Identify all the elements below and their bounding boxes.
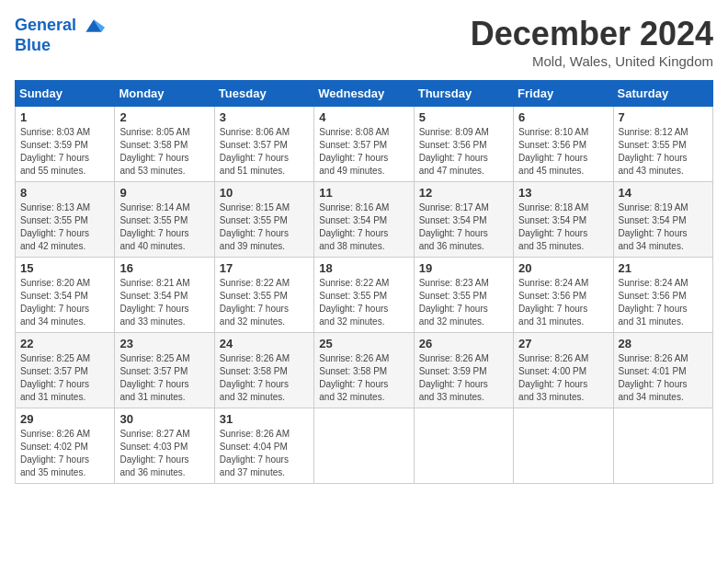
calendar-cell bbox=[514, 408, 613, 484]
calendar-cell: 22Sunrise: 8:25 AM Sunset: 3:57 PM Dayli… bbox=[16, 333, 115, 408]
calendar-cell: 16Sunrise: 8:21 AM Sunset: 3:54 PM Dayli… bbox=[115, 258, 214, 333]
day-info: Sunrise: 8:19 AM Sunset: 3:54 PM Dayligh… bbox=[619, 201, 708, 253]
day-number: 24 bbox=[220, 337, 309, 350]
day-info: Sunrise: 8:22 AM Sunset: 3:55 PM Dayligh… bbox=[220, 277, 309, 328]
calendar-cell bbox=[414, 408, 513, 484]
day-info: Sunrise: 8:26 AM Sunset: 3:59 PM Dayligh… bbox=[419, 352, 508, 404]
calendar-cell: 8Sunrise: 8:13 AM Sunset: 3:55 PM Daylig… bbox=[16, 182, 115, 258]
day-info: Sunrise: 8:26 AM Sunset: 4:01 PM Dayligh… bbox=[619, 352, 708, 404]
day-number: 21 bbox=[619, 261, 708, 275]
col-header-sunday: Sunday bbox=[16, 81, 115, 107]
day-number: 7 bbox=[619, 110, 708, 124]
col-header-wednesday: Wednesday bbox=[314, 81, 414, 107]
location: Mold, Wales, United Kingdom bbox=[471, 53, 713, 69]
col-header-friday: Friday bbox=[514, 81, 613, 107]
logo: General Blue bbox=[15, 15, 105, 55]
day-number: 19 bbox=[419, 261, 508, 275]
day-number: 18 bbox=[319, 261, 408, 275]
day-info: Sunrise: 8:05 AM Sunset: 3:58 PM Dayligh… bbox=[119, 126, 209, 178]
day-info: Sunrise: 8:24 AM Sunset: 3:56 PM Dayligh… bbox=[619, 277, 708, 328]
calendar-cell bbox=[613, 408, 712, 484]
day-number: 17 bbox=[220, 261, 309, 275]
logo-blue: Blue bbox=[15, 36, 51, 54]
calendar-cell: 24Sunrise: 8:26 AM Sunset: 3:58 PM Dayli… bbox=[214, 333, 313, 408]
calendar-cell: 13Sunrise: 8:18 AM Sunset: 3:54 PM Dayli… bbox=[514, 182, 613, 258]
day-number: 15 bbox=[20, 261, 109, 275]
day-number: 9 bbox=[119, 186, 209, 200]
calendar-cell: 17Sunrise: 8:22 AM Sunset: 3:55 PM Dayli… bbox=[214, 258, 313, 333]
month-title: December 2024 bbox=[471, 15, 713, 53]
calendar-cell: 18Sunrise: 8:22 AM Sunset: 3:55 PM Dayli… bbox=[314, 258, 414, 333]
calendar-cell: 6Sunrise: 8:10 AM Sunset: 3:56 PM Daylig… bbox=[514, 107, 613, 182]
day-number: 30 bbox=[119, 412, 209, 426]
day-info: Sunrise: 8:15 AM Sunset: 3:55 PM Dayligh… bbox=[220, 201, 309, 253]
calendar-cell: 26Sunrise: 8:26 AM Sunset: 3:59 PM Dayli… bbox=[414, 333, 513, 408]
day-info: Sunrise: 8:26 AM Sunset: 4:00 PM Dayligh… bbox=[518, 352, 608, 404]
day-info: Sunrise: 8:12 AM Sunset: 3:55 PM Dayligh… bbox=[619, 126, 708, 178]
day-info: Sunrise: 8:27 AM Sunset: 4:03 PM Dayligh… bbox=[119, 428, 209, 479]
calendar-cell: 4Sunrise: 8:08 AM Sunset: 3:57 PM Daylig… bbox=[314, 107, 414, 182]
page-header: General Blue December 2024 Mold, Wales, … bbox=[15, 15, 713, 69]
col-header-monday: Monday bbox=[115, 81, 214, 107]
day-info: Sunrise: 8:10 AM Sunset: 3:56 PM Dayligh… bbox=[518, 126, 608, 178]
day-info: Sunrise: 8:26 AM Sunset: 3:58 PM Dayligh… bbox=[220, 352, 309, 404]
day-number: 20 bbox=[518, 261, 608, 275]
calendar-cell: 21Sunrise: 8:24 AM Sunset: 3:56 PM Dayli… bbox=[613, 258, 712, 333]
calendar-cell: 20Sunrise: 8:24 AM Sunset: 3:56 PM Dayli… bbox=[514, 258, 613, 333]
calendar-cell: 28Sunrise: 8:26 AM Sunset: 4:01 PM Dayli… bbox=[613, 333, 712, 408]
calendar-cell: 29Sunrise: 8:26 AM Sunset: 4:02 PM Dayli… bbox=[16, 408, 115, 484]
calendar-cell: 11Sunrise: 8:16 AM Sunset: 3:54 PM Dayli… bbox=[314, 182, 414, 258]
col-header-thursday: Thursday bbox=[414, 81, 513, 107]
day-number: 1 bbox=[20, 110, 109, 124]
day-number: 6 bbox=[518, 110, 608, 124]
calendar-table: SundayMondayTuesdayWednesdayThursdayFrid… bbox=[15, 80, 713, 484]
day-info: Sunrise: 8:26 AM Sunset: 3:58 PM Dayligh… bbox=[319, 352, 408, 404]
day-number: 10 bbox=[220, 186, 309, 200]
day-info: Sunrise: 8:08 AM Sunset: 3:57 PM Dayligh… bbox=[319, 126, 408, 178]
day-number: 14 bbox=[619, 186, 708, 200]
day-info: Sunrise: 8:13 AM Sunset: 3:55 PM Dayligh… bbox=[20, 201, 109, 253]
day-number: 16 bbox=[119, 261, 209, 275]
day-number: 2 bbox=[119, 110, 209, 124]
calendar-cell: 19Sunrise: 8:23 AM Sunset: 3:55 PM Dayli… bbox=[414, 258, 513, 333]
calendar-cell: 15Sunrise: 8:20 AM Sunset: 3:54 PM Dayli… bbox=[16, 258, 115, 333]
day-number: 27 bbox=[518, 337, 608, 350]
day-info: Sunrise: 8:14 AM Sunset: 3:55 PM Dayligh… bbox=[119, 201, 209, 253]
calendar-cell: 14Sunrise: 8:19 AM Sunset: 3:54 PM Dayli… bbox=[613, 182, 712, 258]
day-info: Sunrise: 8:25 AM Sunset: 3:57 PM Dayligh… bbox=[119, 352, 209, 404]
calendar-cell: 10Sunrise: 8:15 AM Sunset: 3:55 PM Dayli… bbox=[214, 182, 313, 258]
day-number: 5 bbox=[419, 110, 508, 124]
col-header-saturday: Saturday bbox=[613, 81, 712, 107]
calendar-cell: 27Sunrise: 8:26 AM Sunset: 4:00 PM Dayli… bbox=[514, 333, 613, 408]
day-info: Sunrise: 8:23 AM Sunset: 3:55 PM Dayligh… bbox=[419, 277, 508, 328]
day-info: Sunrise: 8:17 AM Sunset: 3:54 PM Dayligh… bbox=[419, 201, 508, 253]
day-number: 29 bbox=[20, 412, 109, 426]
calendar-cell: 5Sunrise: 8:09 AM Sunset: 3:56 PM Daylig… bbox=[414, 107, 513, 182]
day-info: Sunrise: 8:03 AM Sunset: 3:59 PM Dayligh… bbox=[20, 126, 109, 178]
calendar-cell: 9Sunrise: 8:14 AM Sunset: 3:55 PM Daylig… bbox=[115, 182, 214, 258]
day-number: 3 bbox=[220, 110, 309, 124]
day-number: 22 bbox=[20, 337, 109, 350]
col-header-tuesday: Tuesday bbox=[214, 81, 313, 107]
day-number: 31 bbox=[220, 412, 309, 426]
calendar-cell: 1Sunrise: 8:03 AM Sunset: 3:59 PM Daylig… bbox=[16, 107, 115, 182]
day-info: Sunrise: 8:26 AM Sunset: 4:02 PM Dayligh… bbox=[20, 428, 109, 479]
day-info: Sunrise: 8:26 AM Sunset: 4:04 PM Dayligh… bbox=[220, 428, 309, 479]
day-number: 25 bbox=[319, 337, 408, 350]
day-number: 28 bbox=[619, 337, 708, 350]
title-block: December 2024 Mold, Wales, United Kingdo… bbox=[471, 15, 713, 69]
calendar-cell: 23Sunrise: 8:25 AM Sunset: 3:57 PM Dayli… bbox=[115, 333, 214, 408]
day-number: 26 bbox=[419, 337, 508, 350]
day-info: Sunrise: 8:20 AM Sunset: 3:54 PM Dayligh… bbox=[20, 277, 109, 328]
day-number: 12 bbox=[419, 186, 508, 200]
calendar-cell: 2Sunrise: 8:05 AM Sunset: 3:58 PM Daylig… bbox=[115, 107, 214, 182]
day-info: Sunrise: 8:09 AM Sunset: 3:56 PM Dayligh… bbox=[419, 126, 508, 178]
calendar-cell: 31Sunrise: 8:26 AM Sunset: 4:04 PM Dayli… bbox=[214, 408, 313, 484]
calendar-cell: 25Sunrise: 8:26 AM Sunset: 3:58 PM Dayli… bbox=[314, 333, 414, 408]
day-info: Sunrise: 8:21 AM Sunset: 3:54 PM Dayligh… bbox=[119, 277, 209, 328]
day-info: Sunrise: 8:18 AM Sunset: 3:54 PM Dayligh… bbox=[518, 201, 608, 253]
day-info: Sunrise: 8:24 AM Sunset: 3:56 PM Dayligh… bbox=[518, 277, 608, 328]
day-number: 11 bbox=[319, 186, 408, 200]
day-info: Sunrise: 8:22 AM Sunset: 3:55 PM Dayligh… bbox=[319, 277, 408, 328]
calendar-cell bbox=[314, 408, 414, 484]
